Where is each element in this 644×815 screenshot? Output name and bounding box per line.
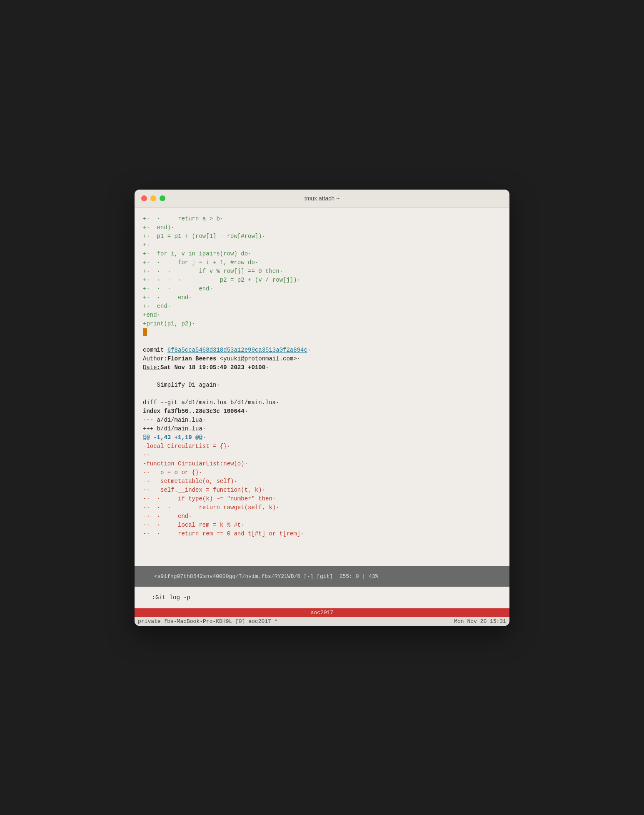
diff-line-12: +end·	[143, 311, 501, 320]
tmux-bar-left-line	[135, 612, 307, 613]
diff-line-3: +· p1 = p1 + (row[1] - row[#row])·	[143, 232, 501, 241]
red-line-9: -· · end·	[143, 512, 501, 521]
empty-line-3	[143, 390, 501, 398]
minimize-button[interactable]	[150, 195, 156, 201]
titlebar: tmux attach ~	[135, 190, 509, 208]
diff-line-6: +· · for j = i + 1, #row do·	[143, 258, 501, 267]
red-line-5: -· setmetatable(o, self)·	[143, 477, 501, 486]
commit-hash: 6f8a5cca5468d318d53a12e99ca3513a0f2a894c	[167, 346, 307, 355]
commit-message: Simplify D1 again·	[143, 381, 501, 390]
tmux-status-bar: aoc2017	[135, 608, 509, 617]
diff-line-1: +· · return a > b·	[143, 215, 501, 223]
tmux-bottom-status: private fbs-MacBook-Pro-KDH9L [0] aoc201…	[135, 617, 509, 626]
date-label: Date:	[143, 363, 160, 372]
red-line-11: -· · return rem == 0 and t[#t] or t[rem]…	[143, 530, 501, 538]
author-line: Author: Florian Beeres <yuuki@protonmail…	[143, 355, 501, 363]
diff-line-10: +· · end·	[143, 293, 501, 302]
hunk-header: @@ -1,43 +1,19 @@·	[143, 433, 501, 442]
red-line-4: -· o = o or {}·	[143, 468, 501, 477]
terminal-window: tmux attach ~ +· · return a > b· +· end)…	[135, 190, 509, 626]
tmux-bar-right-line	[337, 612, 509, 613]
diff-line-11: +· end·	[143, 302, 501, 311]
date-value: Sat Nov 18 19:05:49 2023 +0100	[160, 363, 265, 372]
empty-line-1	[143, 337, 501, 346]
maximize-button[interactable]	[160, 195, 165, 201]
red-line-1: -local CircularList = {}·	[143, 442, 501, 451]
tmux-session-name: aoc2017	[307, 610, 337, 616]
tmux-time: Mon Nov 20 15:31	[454, 618, 506, 625]
diff-line-7: +· · · if v % row[j] == 0 then·	[143, 267, 501, 276]
vim-command-line: :Git log -p	[135, 587, 509, 608]
terminal-body[interactable]: +· · return a > b· +· end)· +· p1 = p1 +…	[135, 208, 509, 566]
diff-line-9: +· · · end·	[143, 285, 501, 293]
red-line-10: -· · local rem = k % #t·	[143, 521, 501, 530]
diff-header-1: diff --git a/d1/main.lua b/d1/main.lua·	[143, 398, 501, 407]
author-label: Author:	[143, 355, 167, 363]
close-button[interactable]	[141, 195, 147, 201]
cursor-line	[143, 328, 501, 337]
red-line-7: -· · if type(k) ~= "number" then·	[143, 495, 501, 503]
diff-line-5: +· for i, v in ipairs(row) do·	[143, 250, 501, 258]
empty-line-2	[143, 372, 501, 381]
diff-from: --- a/d1/main.lua·	[143, 416, 501, 425]
command-line-text: :Git log -p	[152, 594, 190, 601]
status-bar-text: <s91fng07th8542snv40000gq/T/nvim.fbs/RY2…	[151, 573, 378, 580]
diff-line-4: +·	[143, 241, 501, 250]
traffic-lights	[141, 195, 165, 201]
date-line: Date: Sat Nov 18 19:05:49 2023 +0100·	[143, 363, 501, 372]
diff-line-2: +· end)·	[143, 223, 501, 232]
diff-line-13: +print(p1, p2)·	[143, 320, 501, 328]
tmux-session-info: private fbs-MacBook-Pro-KDH9L [0] aoc201…	[138, 618, 277, 625]
red-line-8: -· · · return rawget(self, k)·	[143, 503, 501, 512]
author-name: Florian Beeres	[167, 355, 217, 363]
red-line-2: -·	[143, 451, 501, 460]
diff-line-8: +· · · · p2 = p2 + (v / row[j])·	[143, 276, 501, 285]
commit-hash-line: commit 6f8a5cca5468d318d53a12e99ca3513a0…	[143, 346, 501, 355]
vim-status-bar: <s91fng07th8542snv40000gq/T/nvim.fbs/RY2…	[135, 566, 509, 587]
red-line-6: -· self.__index = function(t, k)·	[143, 486, 501, 495]
red-line-3: -function CircularList:new(o)·	[143, 460, 501, 468]
diff-index: index fa3fb56..28e3c3c 100644·	[143, 407, 501, 416]
cursor	[143, 328, 147, 336]
diff-to: +++ b/d1/main.lua·	[143, 425, 501, 433]
window-title: tmux attach ~	[305, 195, 339, 202]
